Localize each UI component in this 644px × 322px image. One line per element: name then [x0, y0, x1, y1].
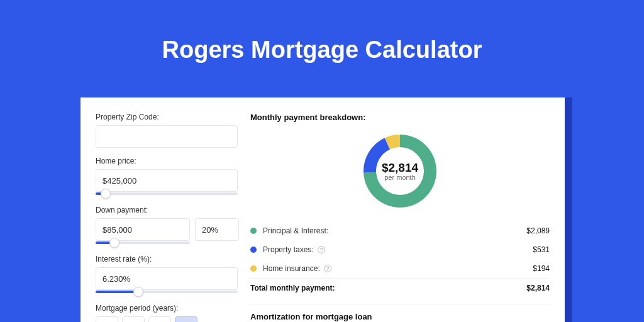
legend-row: Property taxes:?$531: [250, 240, 550, 259]
home-price-slider[interactable]: [96, 191, 238, 197]
breakdown-panel: Monthly payment breakdown: $2,814 per mo…: [250, 113, 550, 322]
amortization-block: Amortization for mortgage loan Amortizat…: [250, 304, 550, 322]
legend-total-row: Total monthly payment:$2,814: [250, 278, 550, 297]
donut-chart: $2,814 per month: [250, 128, 550, 215]
legend-amount: $2,089: [526, 226, 550, 235]
home-price-input[interactable]: [96, 169, 238, 192]
down-payment-field: Down payment:: [96, 206, 238, 246]
down-payment-input[interactable]: [96, 218, 190, 241]
form-panel: Property Zip Code: Home price: Down paym…: [96, 113, 250, 322]
legend-dot: [250, 265, 257, 272]
period-field: Mortgage period (years): 10152030: [96, 304, 238, 322]
period-segmented: 10152030: [96, 316, 238, 322]
calculator-card: Property Zip Code: Home price: Down paym…: [80, 97, 565, 322]
interest-slider-handle[interactable]: [133, 287, 143, 297]
down-payment-slider[interactable]: [96, 240, 190, 246]
home-price-slider-handle[interactable]: [101, 189, 111, 199]
down-payment-label: Down payment:: [96, 206, 238, 214]
period-label: Mortgage period (years):: [96, 304, 238, 313]
legend-total-label: Total monthly payment:: [250, 284, 526, 292]
home-price-label: Home price:: [96, 157, 238, 165]
legend-dot: [250, 228, 257, 234]
home-price-field: Home price:: [96, 157, 238, 197]
amortization-title: Amortization for mortgage loan: [250, 312, 550, 321]
interest-input[interactable]: [96, 267, 238, 290]
legend-amount: $531: [533, 245, 550, 254]
period-option-10[interactable]: 10: [96, 316, 118, 322]
interest-field: Interest rate (%):: [96, 255, 238, 295]
legend-row: Principal & Interest:$2,089: [250, 221, 550, 240]
legend-dot: [250, 247, 257, 253]
zip-label: Property Zip Code:: [96, 113, 238, 121]
app-stage: Rogers Mortgage Calculator Property Zip …: [0, 0, 644, 322]
interest-label: Interest rate (%):: [96, 255, 238, 264]
legend-row: Home insurance:?$194: [250, 259, 550, 278]
legend: Principal & Interest:$2,089Property taxe…: [250, 221, 550, 297]
legend-label: Principal & Interest:: [263, 226, 526, 235]
period-option-20[interactable]: 20: [148, 316, 171, 322]
down-payment-slider-handle[interactable]: [109, 238, 119, 248]
period-option-30[interactable]: 30: [175, 316, 197, 322]
info-icon[interactable]: ?: [324, 265, 331, 272]
legend-total-amount: $2,814: [526, 284, 550, 292]
page-title: Rogers Mortgage Calculator: [0, 0, 644, 64]
period-option-15[interactable]: 15: [122, 316, 145, 322]
interest-slider[interactable]: [96, 289, 238, 295]
donut-center-amount: $2,814: [382, 161, 418, 175]
donut-center-sub: per month: [384, 174, 416, 181]
breakdown-title: Monthly payment breakdown:: [250, 113, 550, 122]
zip-input[interactable]: [96, 125, 238, 148]
info-icon[interactable]: ?: [318, 246, 325, 253]
legend-amount: $194: [533, 264, 550, 273]
zip-field: Property Zip Code:: [96, 113, 238, 148]
down-payment-pct-input[interactable]: [195, 218, 239, 241]
legend-label: Home insurance:?: [263, 264, 533, 273]
legend-label: Property taxes:?: [263, 245, 533, 254]
